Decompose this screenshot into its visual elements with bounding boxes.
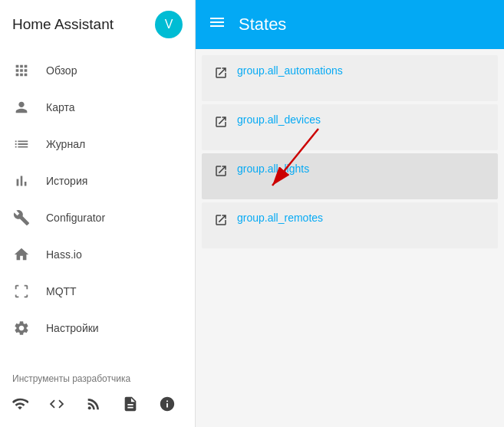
- settings-icon: [12, 320, 31, 337]
- states-list: group.all_automations group.all_devices …: [196, 49, 504, 427]
- sidebar-item-label: Карта: [46, 101, 74, 113]
- state-item-group_all_automations: group.all_automations: [202, 55, 498, 101]
- journal-icon: [12, 136, 31, 153]
- state-item-group_all_remotes: group.all_remotes: [202, 202, 498, 248]
- state-item-group_all_lights: group.all_lights: [202, 153, 498, 199]
- sidebar-item-label: Настройки: [46, 322, 99, 334]
- sidebar-item-label: MQTT: [46, 285, 77, 297]
- sidebar-item-history[interactable]: История: [0, 163, 195, 199]
- sidebar-item-configurator[interactable]: Configurator: [0, 199, 195, 236]
- sidebar-item-map[interactable]: Карта: [0, 89, 195, 126]
- history-icon: [12, 172, 31, 189]
- main-header: States: [196, 0, 504, 49]
- sidebar-header: Home Assistant V: [0, 0, 195, 49]
- dev-tools-label: Инструменты разработчика: [0, 367, 195, 387]
- main-content: States group.all_automations group.all_d…: [196, 0, 504, 427]
- mqtt-icon: [12, 283, 31, 300]
- overview-icon: [12, 62, 31, 79]
- svg-point-0: [88, 406, 91, 409]
- code-icon[interactable]: [43, 390, 71, 418]
- hamburger-menu-icon[interactable]: [208, 13, 226, 36]
- sidebar-item-journal[interactable]: Журнал: [0, 126, 195, 163]
- configurator-icon: [12, 209, 31, 226]
- state-link-group_all_remotes[interactable]: group.all_remotes: [237, 212, 323, 224]
- sidebar-title: Home Assistant: [12, 16, 146, 33]
- sidebar-item-settings[interactable]: Настройки: [0, 310, 195, 347]
- external-link-icon[interactable]: [214, 213, 228, 231]
- map-icon: [12, 99, 31, 116]
- sidebar-item-label: История: [46, 175, 87, 187]
- page-title: States: [239, 15, 286, 34]
- sidebar-item-label: Журнал: [46, 138, 85, 150]
- nav-items: Обзор Карта Журнал История Configurator …: [0, 49, 195, 367]
- sidebar-item-label: Hass.io: [46, 248, 82, 261]
- avatar[interactable]: V: [155, 11, 183, 38]
- state-link-group_all_devices[interactable]: group.all_devices: [237, 113, 321, 126]
- sidebar-item-overview[interactable]: Обзор: [0, 52, 195, 89]
- state-item-group_all_devices: group.all_devices: [202, 104, 498, 150]
- sidebar-item-label: Configurator: [46, 212, 105, 224]
- state-link-group_all_automations[interactable]: group.all_automations: [237, 64, 343, 77]
- info-icon[interactable]: [153, 390, 181, 418]
- external-link-icon[interactable]: [214, 66, 228, 84]
- wifi-icon[interactable]: [6, 390, 34, 418]
- external-link-icon[interactable]: [214, 115, 228, 133]
- external-link-icon[interactable]: [214, 164, 228, 182]
- sidebar-item-hassio[interactable]: Hass.io: [0, 236, 195, 273]
- file-icon[interactable]: [117, 390, 144, 418]
- dev-tools-icons: [0, 387, 195, 427]
- sidebar-item-label: Обзор: [46, 64, 77, 77]
- state-link-group_all_lights[interactable]: group.all_lights: [237, 163, 309, 175]
- rss-icon[interactable]: [80, 390, 107, 418]
- sidebar: Home Assistant V Обзор Карта Журнал Исто…: [0, 0, 196, 427]
- hassio-icon: [12, 246, 31, 263]
- sidebar-item-mqtt[interactable]: MQTT: [0, 273, 195, 310]
